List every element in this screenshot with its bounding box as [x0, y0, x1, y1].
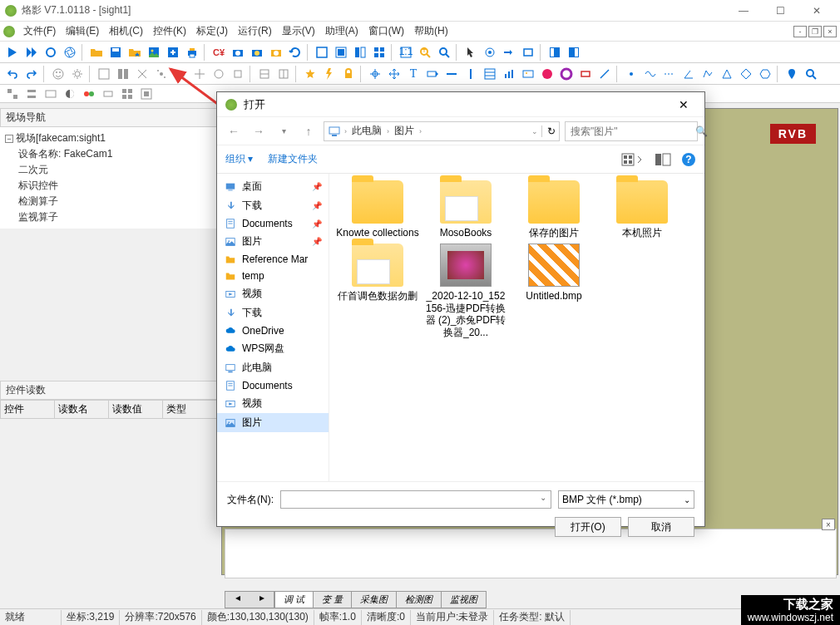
rect-icon[interactable] — [519, 43, 537, 62]
col-type[interactable]: 类型 — [163, 401, 217, 418]
tool3-icon[interactable] — [133, 65, 151, 83]
organize-button[interactable]: 组织 ▾ — [225, 152, 253, 166]
prop7-icon[interactable] — [118, 85, 136, 103]
prop3-icon[interactable] — [42, 85, 60, 103]
filename-dropdown[interactable]: ⌄ — [540, 493, 546, 502]
tree-device[interactable]: 设备名称: FakeCam1 — [5, 146, 213, 162]
grid-icon[interactable] — [481, 65, 499, 83]
help-icon[interactable]: ? — [681, 152, 696, 167]
color2-icon[interactable] — [557, 65, 576, 83]
sidebar-item[interactable]: 下载📌 — [217, 196, 329, 215]
filetype-select[interactable]: BMP 文件 (*.bmp)⌄ — [558, 490, 694, 509]
print-icon[interactable] — [183, 43, 201, 62]
sidebar-item[interactable]: WPS网盘 — [217, 339, 329, 358]
nav-up-button[interactable]: ↑ — [299, 121, 319, 141]
panel-close[interactable]: × — [822, 519, 835, 530]
search-icon[interactable] — [802, 65, 820, 83]
tool6-icon[interactable] — [190, 65, 209, 83]
sidebar-item[interactable]: 图片 — [217, 413, 329, 432]
menu-edit[interactable]: 编辑(E) — [61, 22, 104, 41]
tree-root[interactable]: −视场[fakecam:sight1 — [5, 130, 213, 146]
bc-dropdown[interactable]: ⌄ — [531, 127, 538, 135]
diamond-icon[interactable] — [737, 65, 755, 83]
camera2-icon[interactable] — [248, 43, 266, 62]
chart-icon[interactable] — [500, 65, 518, 83]
camera1-icon[interactable] — [229, 43, 247, 62]
prop5-icon[interactable] — [80, 85, 98, 103]
angle-icon[interactable] — [679, 65, 698, 83]
search-input[interactable] — [571, 125, 695, 137]
star-icon[interactable] — [301, 65, 319, 83]
prop1-icon[interactable] — [3, 85, 22, 103]
win4-icon[interactable] — [370, 43, 388, 62]
tree-monitor[interactable]: 监视算子 — [5, 209, 213, 225]
camera3-icon[interactable] — [267, 43, 285, 62]
tool8-icon[interactable] — [229, 65, 247, 83]
menu-display[interactable]: 显示(V) — [277, 22, 320, 41]
close-button[interactable]: ✕ — [798, 0, 835, 22]
win1-icon[interactable] — [313, 43, 331, 62]
bc-folder[interactable]: 图片 — [393, 124, 416, 138]
sidebar-item[interactable]: 图片📌 — [217, 232, 329, 251]
smile-icon[interactable] — [49, 65, 67, 83]
tool4-icon[interactable] — [152, 65, 170, 83]
sidebar-item[interactable]: Reference Mar — [217, 251, 329, 268]
sidebar-item[interactable]: 下载 — [217, 303, 329, 322]
record-icon[interactable] — [42, 43, 60, 62]
cancel-button[interactable]: 取消 — [628, 517, 694, 537]
play-fast-icon[interactable] — [22, 43, 41, 62]
menu-camera[interactable]: 相机(C) — [104, 22, 148, 41]
layout2-icon[interactable] — [565, 43, 583, 62]
poly-icon[interactable] — [699, 65, 717, 83]
new-folder-button[interactable]: 新建文件夹 — [268, 152, 318, 166]
sidebar-item[interactable]: 视频 — [217, 284, 329, 303]
menu-file[interactable]: 文件(F) — [18, 22, 61, 41]
sidebar-item[interactable]: 视频 — [217, 394, 329, 413]
tool10-icon[interactable] — [274, 65, 293, 83]
prop6-icon[interactable] — [99, 85, 117, 103]
point-icon[interactable] — [622, 65, 640, 83]
crosshair-icon[interactable] — [366, 65, 384, 83]
sidebar-item[interactable]: Documents — [217, 377, 329, 394]
bc-refresh[interactable]: ↻ — [541, 125, 556, 137]
save-icon[interactable] — [106, 43, 125, 62]
move-icon[interactable] — [385, 65, 403, 83]
cursor-icon[interactable] — [462, 43, 480, 62]
win3-icon[interactable] — [351, 43, 369, 62]
hex-icon[interactable] — [756, 65, 774, 83]
text-icon[interactable]: T — [404, 65, 422, 83]
nav-forward-button[interactable]: → — [249, 121, 269, 141]
nav-back-button[interactable]: ← — [224, 121, 244, 141]
folder-open-icon[interactable] — [87, 43, 106, 62]
minimize-button[interactable]: — — [725, 0, 762, 22]
menu-run[interactable]: 运行(R) — [233, 22, 277, 41]
tool9-icon[interactable] — [255, 65, 274, 83]
prop8-icon[interactable] — [137, 85, 156, 103]
flash-icon[interactable] — [320, 65, 338, 83]
filename-input[interactable] — [280, 490, 551, 509]
line-icon[interactable] — [595, 65, 614, 83]
mdi-close[interactable]: × — [823, 26, 837, 37]
hline-icon[interactable] — [442, 65, 461, 83]
folder-star-icon[interactable] — [126, 43, 144, 62]
menu-assist[interactable]: 助理(A) — [320, 22, 363, 41]
col-readval[interactable]: 读数值 — [109, 401, 163, 418]
image-icon[interactable] — [145, 43, 163, 62]
redo-icon[interactable] — [22, 65, 41, 83]
file-item[interactable]: _2020-12-10_152156-迅捷PDF转换器 (2)_赤兔PDF转换器… — [424, 244, 507, 338]
tab-monitor[interactable]: 监视图 — [441, 591, 487, 608]
mdi-restore[interactable]: ❐ — [808, 26, 822, 37]
tool5-icon[interactable] — [171, 65, 190, 83]
dash-icon[interactable] — [660, 65, 679, 83]
mdi-minimize[interactable]: - — [793, 26, 807, 37]
sidebar-item[interactable]: OneDrive — [217, 322, 329, 339]
rect2-icon[interactable] — [576, 65, 595, 83]
wave-icon[interactable] — [641, 65, 660, 83]
nav-history-button[interactable]: ▾ — [274, 121, 294, 141]
menu-calib[interactable]: 标定(J) — [191, 22, 233, 41]
refresh-icon[interactable] — [286, 43, 304, 62]
sidebar-item[interactable]: 此电脑 — [217, 358, 329, 377]
file-item[interactable]: 本机照片 — [600, 180, 684, 239]
label-icon[interactable] — [423, 65, 442, 83]
cv-text-icon[interactable]: C¥ — [210, 43, 228, 62]
